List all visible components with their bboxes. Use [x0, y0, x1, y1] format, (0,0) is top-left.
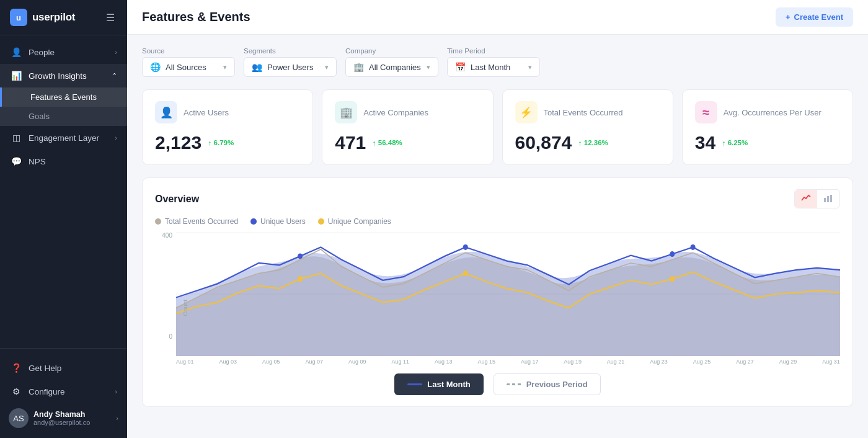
avg-occurrences-value-row: 34 ↑ 6.25% — [695, 132, 840, 153]
active-users-badge-value: 6.79% — [214, 139, 234, 146]
get-help-icon: ❓ — [10, 362, 22, 374]
company-filter-select[interactable]: 🏢 All Companies ▾ — [345, 57, 438, 77]
x-label-aug27: Aug 27 — [736, 359, 754, 365]
sidebar-growth-submenu: Features & Events Goals — [0, 87, 127, 126]
segments-filter-select[interactable]: 👥 Power Users ▾ — [244, 57, 337, 77]
company-filter-group: Company 🏢 All Companies ▾ — [345, 47, 438, 77]
create-event-label: Create Event — [794, 12, 843, 22]
legend-unique-companies-dot — [318, 218, 324, 225]
sidebar-collapse-button[interactable]: ☰ — [104, 9, 117, 26]
sidebar-item-people-label: People — [29, 48, 115, 57]
x-label-aug07: Aug 07 — [305, 359, 323, 365]
features-events-label: Features & Events — [30, 92, 97, 102]
unique-companies-dot-peak3 — [670, 276, 675, 282]
x-label-aug09: Aug 09 — [348, 359, 366, 365]
y-axis-max: 400 — [162, 232, 172, 239]
sidebar-item-engagement-layer-label: Engagement Layer — [29, 133, 115, 143]
source-filter-select[interactable]: 🌐 All Sources ▾ — [142, 57, 235, 77]
sidebar: u userpilot ☰ 👤 People › 📊 Growth Insigh… — [0, 0, 127, 438]
unique-companies-dot-peak1 — [298, 276, 303, 282]
chart-svg-container: Count — [176, 232, 840, 356]
user-avatar: AS — [9, 408, 29, 428]
logo-icon: u — [10, 9, 27, 26]
sidebar-item-goals[interactable]: Goals — [0, 107, 127, 126]
x-label-aug31: Aug 31 — [822, 359, 840, 365]
time-period-filter-group: Time Period 📅 Last Month ▾ — [447, 47, 540, 77]
svg-rect-1 — [827, 196, 829, 202]
sidebar-item-growth-insights[interactable]: 📊 Growth Insights ⌃ — [0, 64, 127, 87]
line-chart-button[interactable] — [795, 190, 817, 208]
last-month-legend-item[interactable]: Last Month — [394, 373, 483, 395]
source-filter-chevron-icon: ▾ — [223, 63, 227, 71]
configure-chevron-icon: › — [115, 388, 117, 395]
total-events-value-row: 60,874 ↑ 12.36% — [515, 132, 660, 153]
avg-occurrences-number: 34 — [695, 132, 715, 153]
time-period-filter-select[interactable]: 📅 Last Month ▾ — [447, 57, 540, 77]
line-chart-icon — [801, 193, 811, 203]
company-filter-label: Company — [345, 47, 438, 55]
segments-filter-label: Segments — [244, 47, 337, 55]
sidebar-item-nps[interactable]: 💬 NPS — [0, 150, 127, 173]
sidebar-logo: u userpilot ☰ — [0, 0, 127, 35]
people-chevron-icon: › — [115, 48, 117, 56]
active-users-badge: ↑ 6.79% — [208, 138, 234, 148]
total-events-badge: ↑ 12.36% — [578, 138, 608, 148]
avg-occurrences-badge-arrow-icon: ↑ — [722, 138, 726, 148]
active-users-badge-arrow-icon: ↑ — [208, 138, 212, 148]
unique-users-dot-peak2 — [463, 244, 468, 250]
overview-card: Overview — [142, 177, 853, 407]
active-users-title: Active Users — [184, 108, 229, 117]
total-events-icon: ⚡ — [515, 101, 538, 123]
legend-unique-users: Unique Users — [250, 217, 306, 226]
previous-period-legend-label: Previous Period — [526, 380, 588, 389]
x-label-aug29: Aug 29 — [779, 359, 797, 365]
chart-type-buttons — [794, 189, 840, 208]
segments-filter-value: Power Users — [267, 63, 320, 72]
x-label-aug23: Aug 23 — [650, 359, 668, 365]
sidebar-user[interactable]: AS Andy Shamah andy@userpilot.co › — [0, 403, 127, 433]
page-title: Features & Events — [142, 10, 250, 24]
chart-area: 400 0 — [155, 232, 840, 365]
active-users-number: 2,123 — [155, 132, 202, 153]
unique-users-dot-peak3 — [670, 251, 675, 257]
x-label-aug13: Aug 13 — [435, 359, 453, 365]
legend-total-events: Total Events Occurred — [155, 217, 238, 226]
legend-unique-companies-label: Unique Companies — [328, 217, 391, 226]
chart-body: Count Aug 01 Aug 03 Aug 05 Aug 07 Aug 09… — [176, 232, 840, 365]
sidebar-growth-section: 📊 Growth Insights ⌃ Features & Events Go… — [0, 64, 127, 126]
svg-rect-0 — [824, 198, 826, 202]
previous-period-legend-line — [507, 383, 521, 385]
y-axis: 400 0 — [155, 232, 176, 365]
active-companies-badge-value: 56.48% — [378, 139, 402, 146]
unique-users-area — [176, 252, 840, 356]
bottom-legend: Last Month Previous Period — [155, 373, 840, 395]
source-filter-icon: 🌐 — [150, 62, 161, 72]
sidebar-item-people[interactable]: 👤 People › — [0, 40, 127, 64]
filters-row: Source 🌐 All Sources ▾ Segments 👥 Power … — [142, 47, 853, 77]
unique-users-dot-peak1 — [298, 253, 303, 259]
bar-chart-icon — [823, 193, 833, 203]
main-content: Features & Events + Create Event Source … — [127, 0, 868, 438]
content-area: Source 🌐 All Sources ▾ Segments 👥 Power … — [127, 35, 868, 438]
goals-label: Goals — [29, 112, 50, 121]
avg-occurrences-badge-value: 6.25% — [728, 139, 748, 146]
time-period-filter-label: Time Period — [447, 47, 540, 55]
sidebar-item-configure[interactable]: ⚙ Configure › — [0, 380, 127, 403]
sidebar-item-features-events[interactable]: Features & Events — [0, 87, 127, 107]
active-companies-badge: ↑ 56.48% — [372, 138, 402, 148]
y-axis-min: 0 — [169, 333, 172, 340]
bar-chart-button[interactable] — [817, 190, 839, 208]
previous-period-legend-item[interactable]: Previous Period — [494, 373, 601, 395]
sidebar-item-engagement-layer[interactable]: ◫ Engagement Layer › — [0, 126, 127, 150]
segments-filter-group: Segments 👥 Power Users ▾ — [244, 47, 337, 77]
avg-occurrences-card-header: ≈ Avg. Occurrences Per User — [695, 101, 840, 123]
sidebar-item-get-help[interactable]: ❓ Get Help — [0, 356, 127, 380]
x-label-aug21: Aug 21 — [607, 359, 625, 365]
active-companies-value-row: 471 ↑ 56.48% — [335, 132, 480, 153]
total-events-number: 60,874 — [515, 132, 572, 153]
create-event-button[interactable]: + Create Event — [776, 7, 853, 27]
source-filter-label: Source — [142, 47, 235, 55]
y-axis-count-label: Count — [182, 300, 188, 316]
active-companies-badge-arrow-icon: ↑ — [372, 138, 376, 148]
active-companies-icon: 🏢 — [335, 101, 357, 123]
